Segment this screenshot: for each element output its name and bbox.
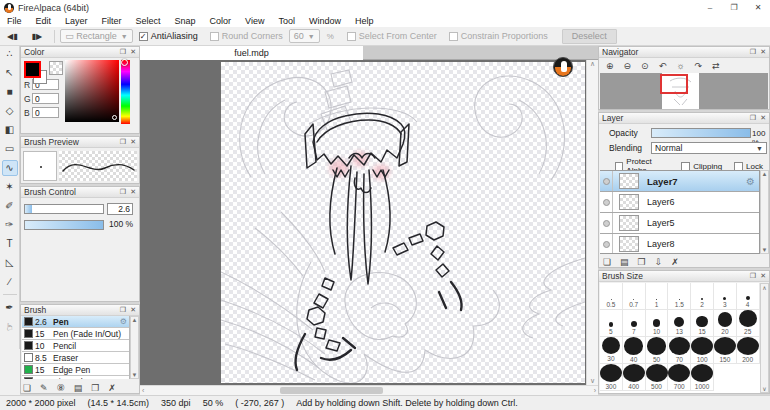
brush-row[interactable]: 15Edge Pen <box>22 364 129 376</box>
float-panel-icon[interactable]: ❐ <box>750 48 756 56</box>
menu-help[interactable]: Help <box>348 16 381 26</box>
sample-pen-tool[interactable]: ✒ <box>2 300 18 316</box>
shape-type-dropdown[interactable]: ▭ Rectangle ▼ <box>60 29 133 43</box>
float-panel-icon[interactable]: ❐ <box>750 272 756 280</box>
close-button[interactable]: ✕ <box>746 0 770 15</box>
brush-size-100[interactable]: 100 <box>691 337 714 364</box>
float-panel-icon[interactable]: ❐ <box>120 188 126 196</box>
float-panel-icon[interactable]: ❐ <box>750 114 756 122</box>
close-panel-icon[interactable]: ✕ <box>130 48 136 56</box>
scrollbar-thumb[interactable] <box>280 387 383 394</box>
antialiasing-checkbox[interactable]: ✓ AntiAliasing <box>139 31 198 41</box>
duplicate-layer-icon[interactable]: ❐ <box>638 257 646 267</box>
brush-list-scrollbar[interactable]: ▲ ▼ <box>130 316 139 379</box>
finger-tool[interactable]: ∴ <box>2 46 18 62</box>
layer-visibility-toggle[interactable] <box>600 213 613 233</box>
minimize-button[interactable]: – <box>698 0 722 15</box>
b-value-input[interactable]: 0 <box>32 107 59 118</box>
blending-dropdown[interactable]: Normal ▼ <box>651 142 767 154</box>
layer-settings-icon[interactable]: ⚙ <box>746 176 755 187</box>
delete-layer-icon[interactable]: ✗ <box>671 257 679 267</box>
close-panel-icon[interactable]: ✕ <box>130 138 136 146</box>
brush-size-150[interactable]: 150 <box>714 337 737 364</box>
brush-size-4[interactable]: 4 <box>737 283 760 310</box>
zoom-in-icon[interactable]: ⊕ <box>606 61 614 71</box>
canvas-horizontal-scrollbar[interactable]: ‹ › <box>140 385 598 395</box>
fill-tool[interactable]: ■ <box>2 84 18 100</box>
document-tab[interactable]: fuel.mdp <box>140 46 363 60</box>
layer-row[interactable]: Layer7⚙ <box>600 171 759 192</box>
menu-layer[interactable]: Layer <box>58 16 95 26</box>
move-tool[interactable]: ↖ <box>2 65 18 81</box>
constrain-proportions-checkbox[interactable]: Constrain Proportions <box>449 31 548 41</box>
select-eraser-tool[interactable]: ✑ <box>2 217 18 233</box>
select-rect-tool[interactable]: ▭ <box>2 141 18 157</box>
brush-size-13[interactable]: 13 <box>668 310 691 337</box>
brush-size-400[interactable]: 400 <box>623 364 646 391</box>
transfer-layer-icon[interactable]: ⇩ <box>655 257 663 267</box>
brush-row[interactable]: 10Pencil <box>22 340 129 352</box>
eyedropper-tool[interactable]: ∕ <box>2 274 18 290</box>
saturation-value-picker[interactable] <box>65 60 119 122</box>
menu-select[interactable]: Select <box>129 16 168 26</box>
brush-size-200[interactable]: 200 <box>737 337 760 364</box>
brush-size-2[interactable]: 2 <box>691 283 714 310</box>
scroll-down-icon[interactable]: ▼ <box>132 372 138 378</box>
menu-filter[interactable]: Filter <box>95 16 129 26</box>
layer-visibility-toggle[interactable] <box>600 192 613 212</box>
close-panel-icon[interactable]: ✕ <box>760 48 766 56</box>
restore-button[interactable]: ❐ <box>722 0 746 15</box>
layer-visibility-toggle[interactable] <box>600 171 613 191</box>
round-corners-checkbox[interactable]: Round Corners <box>210 31 283 41</box>
brush-size-10[interactable]: 10 <box>646 310 669 337</box>
brush-size-slider[interactable] <box>24 204 104 214</box>
menu-tool[interactable]: Tool <box>271 16 302 26</box>
close-panel-icon[interactable]: ✕ <box>760 114 766 122</box>
brush-size-1[interactable]: 1 <box>646 283 669 310</box>
menu-snap[interactable]: Snap <box>168 16 203 26</box>
scroll-left-icon[interactable]: ‹ <box>142 386 144 395</box>
scroll-down-icon[interactable]: ∨ <box>762 385 766 392</box>
close-panel-icon[interactable]: ✕ <box>760 272 766 280</box>
hue-slider[interactable] <box>121 60 130 124</box>
flip-icon[interactable]: ⇄ <box>712 61 720 71</box>
layer-row[interactable]: Layer6 <box>600 192 759 213</box>
canvas-vertical-scrollbar[interactable]: ∧ ∨ <box>586 60 598 385</box>
brush-size-15[interactable]: 15 <box>691 310 714 337</box>
brush-row[interactable]: 15Pen (Fade In/Out) <box>22 328 129 340</box>
menu-window[interactable]: Window <box>302 16 348 26</box>
navigator-preview[interactable] <box>600 73 768 109</box>
brush-size-value[interactable]: 2.6 <box>107 203 133 215</box>
rotate-ccw-icon[interactable]: ↶ <box>659 61 667 71</box>
brush-size-0.5[interactable]: 0.5 <box>600 283 623 310</box>
brush-opacity-slider[interactable] <box>24 220 104 230</box>
brush-size-25[interactable]: 25 <box>737 310 760 337</box>
navigator-viewport-rect[interactable] <box>660 74 688 94</box>
brush-size-700[interactable]: 700 <box>668 364 691 391</box>
brush-size-0.7[interactable]: 0.7 <box>623 283 646 310</box>
menu-view[interactable]: View <box>238 16 271 26</box>
add-layer-icon[interactable]: ❏ <box>603 257 611 267</box>
firealpaca-mascot-badge[interactable] <box>553 57 573 77</box>
brush-size-7[interactable]: 7 <box>623 310 646 337</box>
foreground-color-swatch[interactable] <box>24 61 41 78</box>
rotate-cw-icon[interactable]: ↷ <box>694 61 702 71</box>
layer-visibility-toggle[interactable] <box>600 234 613 254</box>
deselect-button[interactable]: Deselect <box>562 29 617 44</box>
magic-wand-tool[interactable]: ✶ <box>2 179 18 195</box>
collapse-left-icon[interactable]: ◀▮ <box>0 32 25 41</box>
brush-size-500[interactable]: 500 <box>646 364 669 391</box>
brush-size-1000[interactable]: 1000 <box>691 364 714 391</box>
gradient-tool[interactable]: ◧ <box>2 122 18 138</box>
delete-brush-icon[interactable]: ✗ <box>108 383 116 393</box>
scroll-right-icon[interactable]: › <box>594 386 596 395</box>
hand-tool[interactable]: ☞ <box>2 319 18 335</box>
brush-size-20[interactable]: 20 <box>714 310 737 337</box>
layer-list-scrollbar[interactable]: ▲ ▼ <box>760 170 769 254</box>
edit-brush-icon[interactable]: ✎ <box>40 383 48 393</box>
script-brush-icon[interactable]: ⑧ <box>57 383 65 393</box>
zoom-reset-icon[interactable]: ⊙ <box>641 61 649 71</box>
brush-size-50[interactable]: 50 <box>646 337 669 364</box>
float-panel-icon[interactable]: ❐ <box>120 48 126 56</box>
layer-row[interactable]: Layer5 <box>600 213 759 234</box>
